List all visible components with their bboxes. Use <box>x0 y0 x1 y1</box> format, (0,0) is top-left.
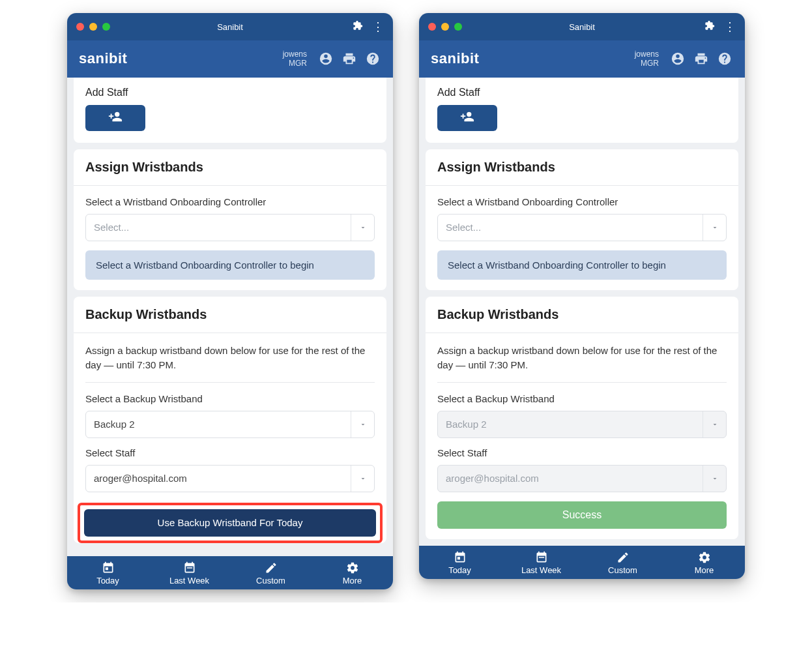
tab-last-week[interactable]: Last Week <box>500 546 582 579</box>
calendar-today-icon <box>67 561 149 574</box>
kebab-menu-icon[interactable]: ⋮ <box>372 21 384 33</box>
tab-more[interactable]: More <box>312 556 393 589</box>
success-button: Success <box>437 501 727 529</box>
person-add-icon <box>460 110 474 126</box>
tab-custom-label: Custom <box>230 576 312 585</box>
divider <box>437 382 727 383</box>
divider <box>85 382 375 383</box>
add-staff-card: Add Staff <box>74 78 386 143</box>
chevron-down-icon <box>703 215 726 241</box>
assign-header: Assign Wristbands <box>74 149 386 186</box>
add-staff-button[interactable] <box>85 105 145 131</box>
help-icon[interactable] <box>364 50 381 67</box>
staff-select-value: aroger@hospital.com <box>438 473 703 484</box>
backup-header: Backup Wristbands <box>426 297 738 333</box>
window-title: Sanibit <box>569 22 595 32</box>
staff-select-disabled: aroger@hospital.com <box>437 465 727 492</box>
tab-today[interactable]: Today <box>67 556 149 589</box>
user-role: MGR <box>635 59 659 68</box>
bottom-tab-bar: Today Last Week Custom More <box>419 546 745 579</box>
minimize-icon[interactable] <box>441 23 449 31</box>
brand-logo: sanibit <box>79 50 127 67</box>
tab-custom[interactable]: Custom <box>230 556 312 589</box>
app-bar: sanibit jowens MGR <box>67 40 393 78</box>
edit-icon <box>582 551 663 564</box>
account-icon[interactable] <box>317 50 334 67</box>
staff-select[interactable]: aroger@hospital.com <box>85 465 375 492</box>
window-titlebar: Sanibit ⋮ <box>67 13 393 40</box>
backup-select[interactable]: Backup 2 <box>85 411 375 438</box>
maximize-icon[interactable] <box>454 23 462 31</box>
assign-wristbands-card: Assign Wristbands Select a Wristband Onb… <box>426 149 738 290</box>
person-add-icon <box>108 110 123 126</box>
assign-header: Assign Wristbands <box>426 149 738 186</box>
close-icon[interactable] <box>428 23 436 31</box>
user-info: jowens MGR <box>635 50 659 68</box>
tab-today-label: Today <box>419 565 500 575</box>
add-staff-label: Add Staff <box>437 87 727 98</box>
tab-custom[interactable]: Custom <box>582 546 663 579</box>
controller-label: Select a Wristband Onboarding Controller <box>437 196 727 207</box>
minimize-icon[interactable] <box>89 23 97 31</box>
controller-select[interactable]: Select... <box>437 214 727 241</box>
app-window-right: Sanibit ⋮ sanibit jowens MGR Add Staff A… <box>419 13 745 579</box>
brand-logo: sanibit <box>431 50 479 67</box>
tab-custom-label: Custom <box>582 565 663 575</box>
staff-select-label: Select Staff <box>437 447 727 458</box>
app-bar: sanibit jowens MGR <box>419 40 745 78</box>
print-icon[interactable] <box>693 50 710 67</box>
gears-icon <box>312 561 393 574</box>
window-titlebar: Sanibit ⋮ <box>419 13 745 40</box>
traffic-lights <box>76 23 110 31</box>
add-staff-label: Add Staff <box>85 87 375 98</box>
user-role: MGR <box>283 59 307 68</box>
add-staff-button[interactable] <box>437 105 497 131</box>
bottom-tab-bar: Today Last Week Custom More <box>67 556 393 589</box>
controller-placeholder: Select... <box>86 222 351 233</box>
username: jowens <box>283 50 307 59</box>
chevron-down-icon <box>351 215 374 241</box>
kebab-menu-icon[interactable]: ⋮ <box>724 21 736 33</box>
tab-last-week-label: Last Week <box>149 576 230 585</box>
assign-wristbands-card: Assign Wristbands Select a Wristband Onb… <box>74 149 386 290</box>
tab-more-label: More <box>312 576 393 585</box>
backup-header: Backup Wristbands <box>74 297 386 333</box>
extension-icon[interactable] <box>704 20 715 33</box>
help-icon[interactable] <box>716 50 733 67</box>
maximize-icon[interactable] <box>102 23 110 31</box>
tab-last-week[interactable]: Last Week <box>149 556 230 589</box>
account-icon[interactable] <box>669 50 686 67</box>
tab-today[interactable]: Today <box>419 546 500 579</box>
use-backup-button[interactable]: Use Backup Wristband For Today <box>84 509 376 537</box>
page-content: Add Staff Assign Wristbands Select a Wri… <box>67 78 393 556</box>
window-title: Sanibit <box>217 22 243 32</box>
chevron-down-icon <box>351 466 374 492</box>
page-content: Add Staff Assign Wristbands Select a Wri… <box>419 78 745 546</box>
gears-icon <box>663 551 745 564</box>
controller-info-banner: Select a Wristband Onboarding Controller… <box>85 250 375 280</box>
backup-wristbands-card: Backup Wristbands Assign a backup wristb… <box>426 297 738 539</box>
username: jowens <box>635 50 659 59</box>
calendar-today-icon <box>419 551 500 564</box>
backup-select-disabled: Backup 2 <box>437 411 727 438</box>
tab-more-label: More <box>663 565 745 575</box>
calendar-week-icon <box>500 551 582 564</box>
staff-select-value: aroger@hospital.com <box>86 473 351 484</box>
extension-icon[interactable] <box>353 20 363 33</box>
calendar-week-icon <box>149 561 230 574</box>
backup-desc: Assign a backup wristband down below for… <box>85 344 375 373</box>
backup-select-value: Backup 2 <box>438 419 703 430</box>
app-window-left: Sanibit ⋮ sanibit jowens MGR Add Staff A… <box>67 13 393 589</box>
tab-more[interactable]: More <box>663 546 745 579</box>
staff-select-label: Select Staff <box>85 447 375 458</box>
close-icon[interactable] <box>76 23 84 31</box>
chevron-down-icon <box>351 411 374 437</box>
print-icon[interactable] <box>341 50 358 67</box>
traffic-lights <box>428 23 462 31</box>
controller-placeholder: Select... <box>438 222 703 233</box>
chevron-down-icon <box>703 466 726 492</box>
controller-label: Select a Wristband Onboarding Controller <box>85 196 375 207</box>
chevron-down-icon <box>703 411 726 437</box>
controller-select[interactable]: Select... <box>85 214 375 241</box>
tab-today-label: Today <box>67 576 149 585</box>
